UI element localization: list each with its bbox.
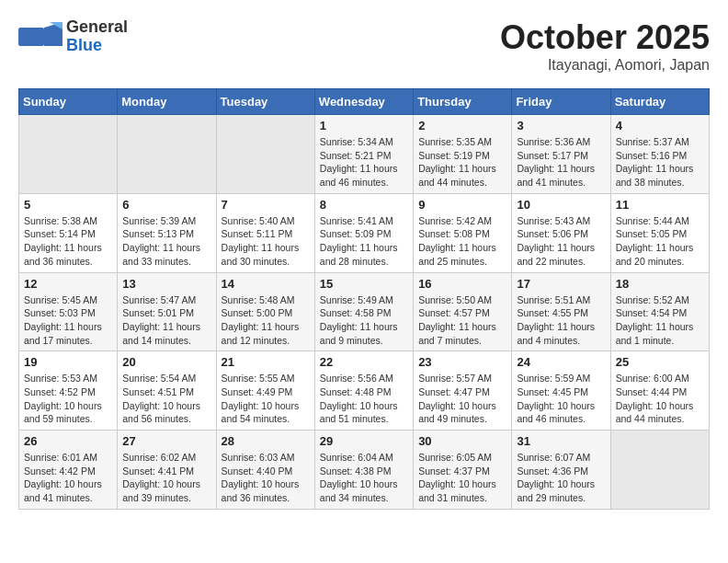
day-info: Sunrise: 5:38 AMSunset: 5:14 PMDaylight:…: [24, 214, 112, 269]
day-number: 3: [517, 119, 605, 132]
calendar-cell: 18Sunrise: 5:52 AMSunset: 4:54 PMDayligh…: [610, 272, 709, 351]
logo-general: General: [66, 17, 128, 36]
weekday-header: Tuesday: [216, 89, 314, 115]
day-number: 6: [122, 198, 210, 212]
calendar-cell: 26Sunrise: 6:01 AMSunset: 4:42 PMDayligh…: [19, 431, 118, 510]
weekday-header: Saturday: [610, 89, 709, 115]
day-number: 12: [24, 277, 112, 291]
day-info: Sunrise: 5:52 AMSunset: 4:54 PMDaylight:…: [616, 293, 704, 348]
calendar-cell: [19, 115, 118, 194]
day-info: Sunrise: 5:34 AMSunset: 5:21 PMDaylight:…: [320, 135, 408, 190]
day-info: Sunrise: 5:43 AMSunset: 5:06 PMDaylight:…: [517, 214, 605, 269]
calendar-cell: 4Sunrise: 5:37 AMSunset: 5:16 PMDaylight…: [610, 115, 709, 194]
day-number: 26: [24, 434, 112, 448]
logo-blue: Blue: [66, 36, 102, 54]
title-block: October 2025 Itayanagi, Aomori, Japan: [500, 18, 710, 74]
calendar-cell: 9Sunrise: 5:42 AMSunset: 5:08 PMDaylight…: [414, 193, 512, 272]
day-info: Sunrise: 6:02 AMSunset: 4:41 PMDaylight:…: [122, 451, 210, 505]
day-info: Sunrise: 6:04 AMSunset: 4:38 PMDaylight:…: [320, 451, 408, 505]
day-info: Sunrise: 6:00 AMSunset: 4:44 PMDaylight:…: [616, 372, 704, 426]
logo: General Blue: [18, 18, 128, 55]
calendar-cell: [118, 115, 216, 194]
calendar-week-row: 26Sunrise: 6:01 AMSunset: 4:42 PMDayligh…: [19, 431, 710, 510]
calendar-cell: 13Sunrise: 5:47 AMSunset: 5:01 PMDayligh…: [118, 272, 216, 351]
day-info: Sunrise: 5:41 AMSunset: 5:09 PMDaylight:…: [320, 214, 408, 269]
calendar-cell: 21Sunrise: 5:55 AMSunset: 4:49 PMDayligh…: [216, 351, 314, 431]
day-number: 15: [320, 277, 408, 291]
day-number: 13: [122, 277, 210, 291]
day-number: 8: [320, 198, 408, 212]
weekday-header: Sunday: [19, 89, 118, 115]
day-number: 2: [418, 119, 506, 132]
day-info: Sunrise: 5:39 AMSunset: 5:13 PMDaylight:…: [122, 214, 210, 269]
calendar-cell: 2Sunrise: 5:35 AMSunset: 5:19 PMDaylight…: [414, 115, 512, 194]
day-info: Sunrise: 5:54 AMSunset: 4:51 PMDaylight:…: [122, 372, 210, 426]
calendar-cell: 25Sunrise: 6:00 AMSunset: 4:44 PMDayligh…: [610, 351, 709, 431]
calendar-cell: 5Sunrise: 5:38 AMSunset: 5:14 PMDaylight…: [19, 193, 118, 272]
day-info: Sunrise: 5:53 AMSunset: 4:52 PMDaylight:…: [24, 372, 112, 426]
day-number: 11: [616, 198, 704, 212]
day-info: Sunrise: 5:40 AMSunset: 5:11 PMDaylight:…: [222, 214, 310, 269]
day-number: 7: [222, 198, 310, 212]
weekday-header: Friday: [512, 89, 610, 115]
calendar-cell: 22Sunrise: 5:56 AMSunset: 4:48 PMDayligh…: [314, 351, 413, 431]
calendar-cell: [610, 431, 709, 510]
calendar-cell: 8Sunrise: 5:41 AMSunset: 5:09 PMDaylight…: [314, 193, 413, 272]
day-info: Sunrise: 5:49 AMSunset: 4:58 PMDaylight:…: [320, 293, 408, 348]
day-info: Sunrise: 5:56 AMSunset: 4:48 PMDaylight:…: [320, 372, 408, 426]
calendar-cell: 20Sunrise: 5:54 AMSunset: 4:51 PMDayligh…: [118, 351, 216, 431]
day-info: Sunrise: 5:47 AMSunset: 5:01 PMDaylight:…: [122, 293, 210, 348]
day-info: Sunrise: 5:44 AMSunset: 5:05 PMDaylight:…: [616, 214, 704, 269]
day-number: 25: [616, 355, 704, 369]
calendar-cell: 17Sunrise: 5:51 AMSunset: 4:55 PMDayligh…: [512, 272, 610, 351]
calendar-cell: 14Sunrise: 5:48 AMSunset: 5:00 PMDayligh…: [216, 272, 314, 351]
day-info: Sunrise: 5:57 AMSunset: 4:47 PMDaylight:…: [418, 372, 506, 426]
calendar-cell: 29Sunrise: 6:04 AMSunset: 4:38 PMDayligh…: [314, 431, 413, 510]
day-number: 5: [24, 198, 112, 212]
calendar-week-row: 12Sunrise: 5:45 AMSunset: 5:03 PMDayligh…: [19, 272, 710, 351]
weekday-header: Thursday: [414, 89, 512, 115]
day-info: Sunrise: 5:45 AMSunset: 5:03 PMDaylight:…: [24, 293, 112, 348]
day-info: Sunrise: 5:50 AMSunset: 4:57 PMDaylight:…: [418, 293, 506, 348]
logo-icon: [18, 20, 63, 53]
calendar-cell: 7Sunrise: 5:40 AMSunset: 5:11 PMDaylight…: [216, 193, 314, 272]
month-year: October 2025: [500, 18, 710, 57]
calendar-cell: 23Sunrise: 5:57 AMSunset: 4:47 PMDayligh…: [414, 351, 512, 431]
calendar-cell: 10Sunrise: 5:43 AMSunset: 5:06 PMDayligh…: [512, 193, 610, 272]
day-info: Sunrise: 5:36 AMSunset: 5:17 PMDaylight:…: [517, 135, 605, 190]
day-info: Sunrise: 6:05 AMSunset: 4:37 PMDaylight:…: [418, 451, 506, 505]
calendar-cell: [216, 115, 314, 194]
calendar-cell: 15Sunrise: 5:49 AMSunset: 4:58 PMDayligh…: [314, 272, 413, 351]
location: Itayanagi, Aomori, Japan: [500, 57, 710, 74]
calendar-table: SundayMondayTuesdayWednesdayThursdayFrid…: [18, 88, 710, 510]
day-number: 30: [418, 434, 506, 448]
day-number: 4: [616, 119, 704, 132]
calendar-week-row: 5Sunrise: 5:38 AMSunset: 5:14 PMDaylight…: [19, 193, 710, 272]
calendar-cell: 30Sunrise: 6:05 AMSunset: 4:37 PMDayligh…: [414, 431, 512, 510]
weekday-header: Monday: [118, 89, 216, 115]
day-number: 10: [517, 198, 605, 212]
svg-rect-0: [18, 28, 44, 46]
page-header: General Blue October 2025 Itayanagi, Aom…: [18, 18, 710, 74]
day-number: 19: [24, 355, 112, 369]
calendar-cell: 16Sunrise: 5:50 AMSunset: 4:57 PMDayligh…: [414, 272, 512, 351]
day-number: 23: [418, 355, 506, 369]
day-info: Sunrise: 5:35 AMSunset: 5:19 PMDaylight:…: [418, 135, 506, 190]
day-number: 14: [222, 277, 310, 291]
calendar-cell: 28Sunrise: 6:03 AMSunset: 4:40 PMDayligh…: [216, 431, 314, 510]
day-number: 16: [418, 277, 506, 291]
day-info: Sunrise: 6:01 AMSunset: 4:42 PMDaylight:…: [24, 451, 112, 505]
calendar-cell: 31Sunrise: 6:07 AMSunset: 4:36 PMDayligh…: [512, 431, 610, 510]
day-info: Sunrise: 6:07 AMSunset: 4:36 PMDaylight:…: [517, 451, 605, 505]
calendar-week-row: 1Sunrise: 5:34 AMSunset: 5:21 PMDaylight…: [19, 115, 710, 194]
day-number: 29: [320, 434, 408, 448]
day-info: Sunrise: 5:55 AMSunset: 4:49 PMDaylight:…: [222, 372, 310, 426]
calendar-cell: 11Sunrise: 5:44 AMSunset: 5:05 PMDayligh…: [610, 193, 709, 272]
day-number: 21: [222, 355, 310, 369]
day-number: 22: [320, 355, 408, 369]
day-info: Sunrise: 5:51 AMSunset: 4:55 PMDaylight:…: [517, 293, 605, 348]
day-number: 18: [616, 277, 704, 291]
day-info: Sunrise: 5:59 AMSunset: 4:45 PMDaylight:…: [517, 372, 605, 426]
calendar-cell: 27Sunrise: 6:02 AMSunset: 4:41 PMDayligh…: [118, 431, 216, 510]
day-number: 20: [122, 355, 210, 369]
